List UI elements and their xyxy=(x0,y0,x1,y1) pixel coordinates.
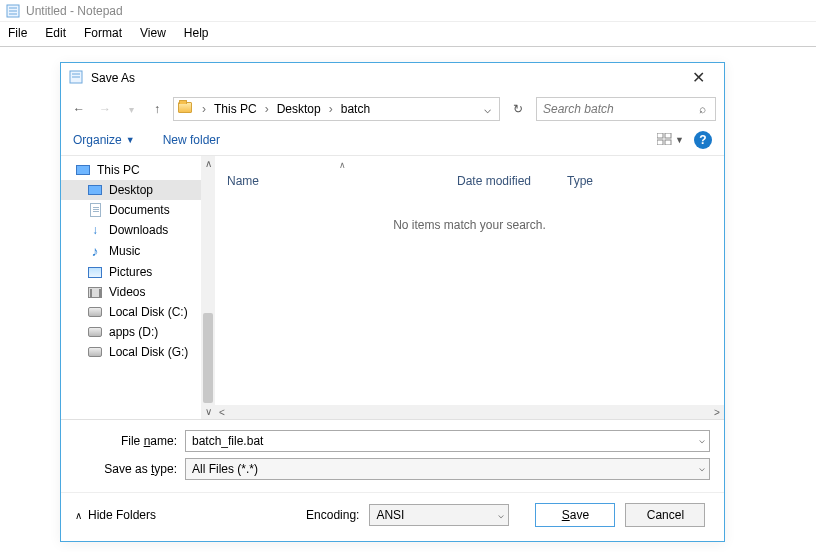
empty-message: No items match your search. xyxy=(215,192,724,258)
svg-rect-10 xyxy=(665,140,671,145)
nav-row: ← → ▾ ↑ › This PC › Desktop › batch ⌵ ↻ … xyxy=(61,93,724,125)
column-name-label[interactable]: Name xyxy=(227,174,457,188)
help-button[interactable]: ? xyxy=(694,131,712,149)
disk-icon xyxy=(87,347,103,357)
disk-icon xyxy=(87,327,103,337)
new-folder-button[interactable]: New folder xyxy=(163,133,220,147)
nav-recent-dropdown-icon[interactable]: ▾ xyxy=(121,99,141,119)
dialog-title: Save As xyxy=(91,71,670,85)
filename-label: File name: xyxy=(75,434,185,448)
savetype-select[interactable]: All Files (*.*) ⌵ xyxy=(185,458,710,480)
chevron-up-icon: ∧ xyxy=(75,510,82,521)
tree-item-thispc[interactable]: This PC xyxy=(61,160,201,180)
save-button[interactable]: Save xyxy=(535,503,615,527)
nav-back-icon[interactable]: ← xyxy=(69,99,89,119)
search-placeholder: Search batch xyxy=(543,102,614,116)
breadcrumb-batch[interactable]: batch xyxy=(339,102,372,116)
column-name[interactable]: ∧ xyxy=(227,160,457,170)
folder-icon xyxy=(178,102,192,116)
view-grid-icon xyxy=(657,133,673,148)
search-icon[interactable]: ⌕ xyxy=(695,102,709,116)
pictures-icon xyxy=(87,267,103,278)
dialog-footer: ∧ Hide Folders Encoding: ANSI ⌵ Save Can… xyxy=(61,492,724,541)
chevron-down-icon[interactable]: ⌵ xyxy=(498,509,504,520)
menu-format[interactable]: Format xyxy=(84,26,122,40)
videos-icon xyxy=(87,287,103,298)
menu-edit[interactable]: Edit xyxy=(45,26,66,40)
tree-item-desktop[interactable]: Desktop xyxy=(61,180,201,200)
monitor-icon xyxy=(75,165,91,175)
cancel-button[interactable]: Cancel xyxy=(625,503,705,527)
tree-item-music[interactable]: ♪ Music xyxy=(61,240,201,262)
tree-item-disk-d[interactable]: apps (D:) xyxy=(61,322,201,342)
sort-indicator-icon: ∧ xyxy=(227,160,457,170)
dialog-icon xyxy=(69,70,83,87)
monitor-icon xyxy=(87,185,103,195)
chevron-right-icon[interactable]: › xyxy=(198,102,210,116)
column-headers: ∧ xyxy=(215,156,724,174)
refresh-icon[interactable]: ↻ xyxy=(506,97,530,121)
tree-item-videos[interactable]: Videos xyxy=(61,282,201,302)
column-date-label[interactable]: Date modified xyxy=(457,174,567,188)
download-icon: ↓ xyxy=(87,223,103,237)
nav-forward-icon[interactable]: → xyxy=(95,99,115,119)
scroll-down-icon[interactable]: ∨ xyxy=(205,404,212,419)
close-button[interactable]: ✕ xyxy=(678,70,718,86)
notepad-title: Untitled - Notepad xyxy=(26,4,123,18)
breadcrumb-dropdown-icon[interactable]: ⌵ xyxy=(480,102,495,116)
notepad-divider xyxy=(0,46,816,47)
tree-scrollbar[interactable]: ∧ ∨ xyxy=(201,156,215,419)
tree-item-documents[interactable]: Documents xyxy=(61,200,201,220)
column-type-label[interactable]: Type xyxy=(567,174,647,188)
notepad-icon xyxy=(6,4,20,18)
search-input[interactable]: Search batch ⌕ xyxy=(536,97,716,121)
tree-item-pictures[interactable]: Pictures xyxy=(61,262,201,282)
encoding-select[interactable]: ANSI ⌵ xyxy=(369,504,509,526)
menubar: File Edit Format View Help xyxy=(0,22,816,44)
scroll-right-icon[interactable]: > xyxy=(710,407,724,418)
nav-up-icon[interactable]: ↑ xyxy=(147,99,167,119)
breadcrumb-thispc[interactable]: This PC xyxy=(212,102,259,116)
tree-item-disk-g[interactable]: Local Disk (G:) xyxy=(61,342,201,362)
chevron-down-icon[interactable]: ⌵ xyxy=(699,462,705,473)
breadcrumb[interactable]: › This PC › Desktop › batch ⌵ xyxy=(173,97,500,121)
folder-tree[interactable]: This PC Desktop Documents ↓ Downloads ♪ … xyxy=(61,156,201,419)
hide-folders-button[interactable]: ∧ Hide Folders xyxy=(75,508,156,522)
encoding-label: Encoding: xyxy=(306,508,359,522)
scroll-left-icon[interactable]: < xyxy=(215,407,229,418)
save-as-dialog: Save As ✕ ← → ▾ ↑ › This PC › Desktop › … xyxy=(60,62,725,542)
scroll-thumb[interactable] xyxy=(203,313,213,403)
organize-button[interactable]: Organize ▼ xyxy=(73,133,135,147)
view-options-button[interactable]: ▼ xyxy=(657,133,684,148)
menu-view[interactable]: View xyxy=(140,26,166,40)
toolbar: Organize ▼ New folder ▼ ? xyxy=(61,125,724,156)
notepad-titlebar: Untitled - Notepad xyxy=(0,0,816,22)
menu-file[interactable]: File xyxy=(8,26,27,40)
breadcrumb-desktop[interactable]: Desktop xyxy=(275,102,323,116)
disk-icon xyxy=(87,307,103,317)
chevron-down-icon: ▼ xyxy=(675,135,684,145)
document-icon xyxy=(87,203,103,217)
dialog-body: This PC Desktop Documents ↓ Downloads ♪ … xyxy=(61,156,724,420)
menu-help[interactable]: Help xyxy=(184,26,209,40)
filename-input[interactable]: batch_file.bat ⌵ xyxy=(185,430,710,452)
dialog-titlebar: Save As ✕ xyxy=(61,63,724,93)
scroll-up-icon[interactable]: ∧ xyxy=(205,156,212,171)
svg-rect-9 xyxy=(657,140,663,145)
chevron-down-icon[interactable]: ⌵ xyxy=(699,434,705,445)
form-area: File name: batch_file.bat ⌵ Save as type… xyxy=(61,420,724,492)
svg-rect-8 xyxy=(665,133,671,138)
svg-rect-7 xyxy=(657,133,663,138)
chevron-down-icon: ▼ xyxy=(126,135,135,145)
tree-item-disk-c[interactable]: Local Disk (C:) xyxy=(61,302,201,322)
chevron-right-icon[interactable]: › xyxy=(325,102,337,116)
chevron-right-icon[interactable]: › xyxy=(261,102,273,116)
file-pane: ∧ Name Date modified Type No items match… xyxy=(215,156,724,419)
tree-item-downloads[interactable]: ↓ Downloads xyxy=(61,220,201,240)
music-icon: ♪ xyxy=(87,243,103,259)
file-hscrollbar[interactable]: < > xyxy=(215,405,724,419)
savetype-label: Save as type: xyxy=(75,462,185,476)
